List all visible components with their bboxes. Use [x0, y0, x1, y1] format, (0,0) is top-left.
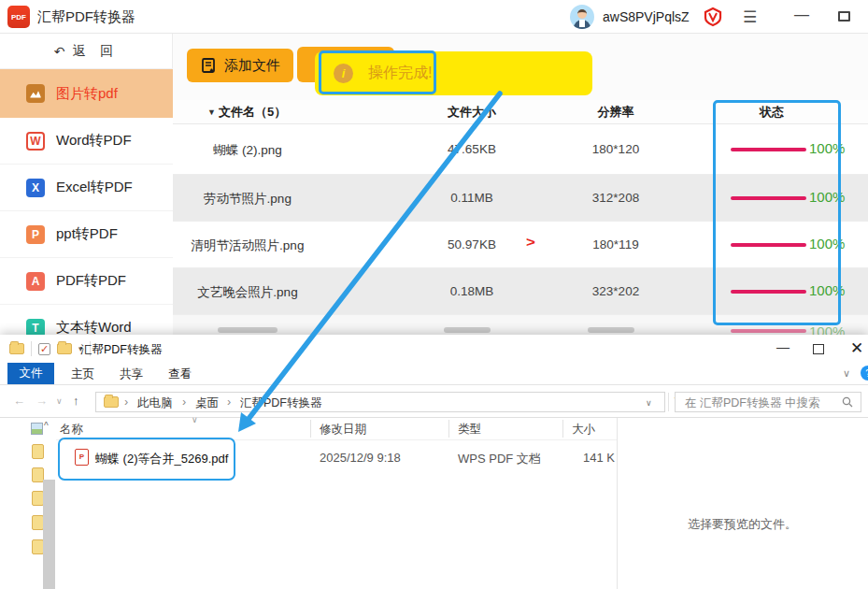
info-icon: i	[334, 64, 353, 83]
file-row[interactable]: P 蝴蝶 (2)等合并_5269.pdf 2025/12/9 9:18 WPS …	[56, 444, 617, 472]
search-input[interactable]: 在 汇帮PDF转换器 中搜索	[675, 392, 861, 412]
file-resolution: 323*202	[541, 284, 690, 298]
menu-view[interactable]: 查看	[168, 366, 192, 382]
sidebar-item-ppt-to-pdf[interactable]: P ppt转PDF	[0, 211, 173, 258]
progress-percent: 100%	[809, 140, 845, 156]
nav-back-icon[interactable]: ←	[13, 394, 25, 408]
sidebar-item-pdf-to-pdf[interactable]: A PDF转PDF	[0, 258, 173, 305]
address-box[interactable]: › 此电脑 › 桌面 › 汇帮PDF转换器 ∨ ↻	[95, 392, 665, 412]
file-name: 劳动节照片.png	[173, 191, 322, 208]
app-titlebar: PDF 汇帮PDF转换器 awS8PVjPqlsZ ☰ —	[0, 0, 868, 34]
file-plus-icon	[200, 57, 217, 74]
app-minimize-button[interactable]: —	[794, 7, 809, 23]
desktop-item-icon[interactable]	[31, 423, 43, 435]
divider	[31, 341, 32, 356]
preview-hint: 选择要预览的文件。	[617, 516, 868, 533]
progress-percent: 100%	[809, 323, 845, 335]
breadcrumb-desktop[interactable]: 桌面	[195, 395, 219, 411]
app-maximize-button[interactable]	[838, 11, 850, 22]
vip-badge-icon[interactable]	[703, 7, 723, 27]
explorer-minimize-button[interactable]: —	[768, 339, 798, 358]
file-size: 50.97KB	[397, 237, 547, 251]
folder-icon	[104, 396, 119, 408]
scroll-up-icon[interactable]: ^	[44, 421, 49, 431]
sort-chevron-icon[interactable]: ∨	[192, 415, 198, 424]
progress-bar	[731, 329, 806, 333]
red-pointer-icon: >	[526, 236, 535, 251]
column-date[interactable]: 修改日期	[320, 422, 366, 438]
hamburger-menu-icon[interactable]: ☰	[743, 7, 757, 27]
file-explorer-window: ✓ ▾ 汇帮PDF转换器 — ✕ 文件 主页 共享 查看 ∨ ? ← → ∨ ↑…	[0, 335, 868, 589]
column-resolution[interactable]: 分辨率	[541, 104, 690, 121]
file-name: 清明节活动照片.png	[173, 237, 322, 254]
avatar-head	[577, 9, 587, 19]
avatar-shirt	[579, 20, 585, 27]
file-size: 0.11MB	[397, 191, 547, 205]
breadcrumb-sep-icon: ›	[182, 395, 186, 409]
nav-history-dropdown-icon[interactable]: ∨	[56, 396, 63, 406]
column-status[interactable]: 状态	[697, 104, 847, 121]
quick-access-toolbar: ✓ ▾	[9, 339, 91, 358]
folder-icon[interactable]	[32, 444, 44, 459]
add-file-label: 添加文件	[224, 57, 280, 75]
table-row[interactable]: 文艺晚会照片.png 0.18MB 323*202 100%	[173, 268, 868, 315]
app-title: 汇帮PDF转换器	[37, 8, 135, 26]
table-row[interactable]: 清明节活动照片.png 50.97KB 180*119 100%	[173, 222, 868, 268]
sidebar-item-label: 图片转pdf	[56, 85, 118, 103]
column-divider[interactable]	[448, 420, 449, 438]
column-filename[interactable]: ▼文件名（5）	[207, 104, 286, 121]
progress-bar	[731, 148, 806, 151]
back-button[interactable]: ↶ 返 回	[0, 34, 173, 69]
file-name: 蝴蝶 (2).png	[173, 142, 322, 159]
user-avatar[interactable]	[570, 5, 594, 29]
column-size[interactable]: 大小	[572, 422, 595, 438]
search-placeholder: 在 汇帮PDF转换器 中搜索	[685, 395, 819, 411]
table-row-partial[interactable]: 100%	[173, 315, 868, 335]
sidebar-item-image-to-pdf[interactable]: 图片转pdf	[0, 69, 173, 118]
file-name: 蝴蝶 (2)等合并_5269.pdf	[95, 451, 228, 467]
sidebar-item-label: Word转PDF	[56, 132, 132, 150]
explorer-content: ^ 名称 ∨ 修改日期 类型 大小 P 蝴蝶 (2)等合并_5269.pdf 2…	[0, 418, 868, 589]
explorer-menubar: 文件 主页 共享 查看 ∨ ?	[0, 363, 868, 385]
folder-icon[interactable]	[57, 343, 72, 354]
column-name[interactable]: 名称	[60, 422, 83, 438]
progress-percent: 100%	[809, 282, 845, 298]
progress-percent: 100%	[809, 189, 845, 205]
menu-share[interactable]: 共享	[120, 366, 143, 382]
folder-icon[interactable]	[9, 343, 24, 354]
breadcrumb-sep-icon: ›	[227, 395, 231, 409]
ribbon-expand-icon[interactable]: ∨	[843, 367, 850, 380]
explorer-maximize-button[interactable]	[813, 344, 824, 354]
add-file-button[interactable]: 添加文件	[187, 49, 293, 82]
progress-bar	[731, 196, 806, 200]
column-filesize[interactable]: 文件大小	[397, 104, 547, 121]
progress-bar	[731, 290, 806, 294]
sidebar-item-label: PDF转PDF	[56, 272, 126, 290]
nav-forward-icon[interactable]: →	[36, 394, 48, 408]
column-type[interactable]: 类型	[458, 422, 481, 438]
table-row[interactable]: 蝴蝶 (2).png 47.65KB 180*120 100%	[173, 124, 868, 175]
sidebar-item-excel-to-pdf[interactable]: X Excel转PDF	[0, 165, 173, 211]
app-logo-icon: PDF	[7, 6, 30, 28]
explorer-close-button[interactable]: ✕	[850, 338, 863, 358]
breadcrumb-this-pc[interactable]: 此电脑	[137, 395, 173, 411]
sidebar-item-word-to-pdf[interactable]: W Word转PDF	[0, 118, 173, 165]
operation-complete-toast: i 操作完成!	[315, 51, 592, 95]
address-dropdown-icon[interactable]: ∨	[646, 398, 652, 408]
menu-file[interactable]: 文件	[7, 363, 54, 384]
toast-text: 操作完成!	[368, 64, 432, 83]
help-icon[interactable]: ?	[861, 366, 868, 381]
explorer-addressbar: ← → ∨ ↑ › 此电脑 › 桌面 › 汇帮PDF转换器 ∨ ↻ 在 汇帮PD…	[0, 385, 868, 418]
table-row[interactable]: 劳动节照片.png 0.11MB 312*208 100%	[173, 175, 868, 222]
menu-home[interactable]: 主页	[71, 366, 94, 382]
clipped-text	[588, 327, 634, 333]
breadcrumb-current-folder[interactable]: 汇帮PDF转换器	[240, 395, 322, 411]
checkmark-icon[interactable]: ✓	[38, 343, 50, 355]
file-resolution: 180*119	[541, 237, 690, 251]
column-divider[interactable]	[310, 420, 311, 438]
pdf-icon: A	[26, 272, 45, 291]
explorer-title: 汇帮PDF转换器	[80, 342, 163, 358]
nav-up-icon[interactable]: ↑	[73, 394, 79, 408]
scrollbar-thumb[interactable]	[43, 480, 55, 589]
column-divider[interactable]	[562, 420, 563, 438]
